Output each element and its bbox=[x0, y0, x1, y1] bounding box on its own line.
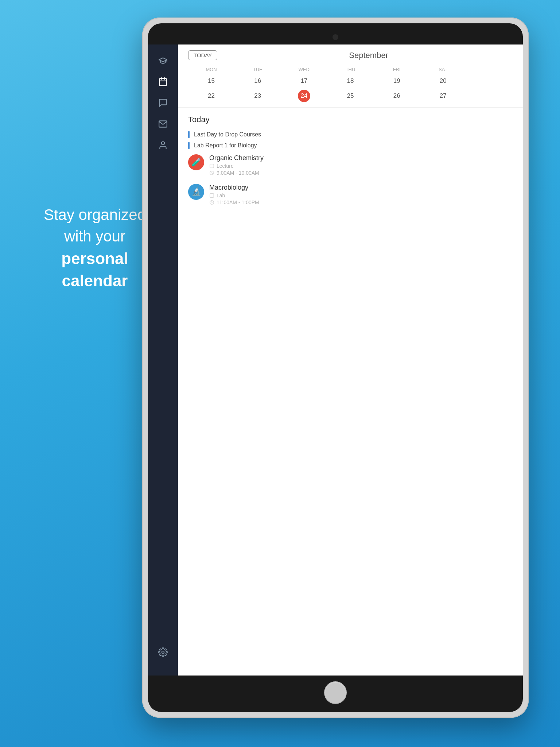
tagline-line1: Stay organized bbox=[29, 204, 160, 226]
home-button[interactable] bbox=[324, 681, 347, 704]
cal-day-19[interactable]: 19 bbox=[393, 75, 400, 87]
front-camera-icon bbox=[332, 34, 338, 40]
reminder-text-2: Lab Report 1 for Biology bbox=[194, 142, 257, 149]
event-title-chemistry: Organic Chemistry bbox=[209, 154, 264, 162]
event-details-chemistry: Organic Chemistry Lecture 9:00AM - 10:00… bbox=[209, 154, 264, 176]
today-section: Today Last Day to Drop Courses Lab Repor… bbox=[178, 108, 523, 676]
reminder-2: Lab Report 1 for Biology bbox=[188, 142, 513, 149]
cal-day-24-today[interactable]: 24 bbox=[298, 90, 310, 102]
dow-sat: SAT bbox=[420, 65, 466, 74]
tagline-line2: with your bbox=[29, 226, 160, 247]
svg-rect-6 bbox=[210, 164, 214, 168]
month-title: September bbox=[225, 51, 513, 60]
calendar-days-header: MON TUE WED THU FRI SAT bbox=[188, 65, 513, 74]
cal-day-15[interactable]: 15 bbox=[208, 75, 215, 87]
cal-day-25[interactable]: 25 bbox=[347, 90, 354, 102]
event-title-macrobiology: Macrobiology bbox=[209, 184, 259, 191]
event-time-macrobiology: 11:00AM - 1:00PM bbox=[209, 200, 259, 205]
reminder-text-1: Last Day to Drop Courses bbox=[194, 131, 261, 138]
event-time-chemistry: 9:00AM - 10:00AM bbox=[209, 170, 264, 176]
cal-day-20[interactable]: 20 bbox=[440, 75, 447, 87]
svg-point-5 bbox=[162, 651, 164, 654]
sidebar-item-chat[interactable] bbox=[154, 94, 172, 112]
cal-day-27[interactable]: 27 bbox=[440, 90, 447, 102]
tagline-block: Stay organized with your personal calend… bbox=[29, 204, 160, 292]
svg-rect-8 bbox=[210, 194, 214, 198]
cal-day-16[interactable]: 16 bbox=[254, 75, 261, 87]
svg-point-4 bbox=[162, 142, 165, 145]
today-heading: Today bbox=[188, 115, 513, 124]
cal-day-17[interactable]: 17 bbox=[300, 75, 307, 87]
dow-thu: THU bbox=[327, 65, 373, 74]
dow-tue: TUE bbox=[234, 65, 281, 74]
main-content: TODAY September MON TUE WED THU FRI SAT bbox=[178, 44, 523, 676]
cal-day-26[interactable]: 26 bbox=[393, 90, 400, 102]
sidebar-item-courses[interactable] bbox=[154, 52, 172, 69]
calendar-week2: 22 23 24 25 26 27 bbox=[188, 88, 513, 104]
event-details-macrobiology: Macrobiology Lab 11:00AM - 1:00PM bbox=[209, 184, 259, 205]
calendar-header: TODAY September MON TUE WED THU FRI SAT bbox=[178, 44, 523, 108]
event-icon-macrobiology: 🔬 bbox=[188, 184, 204, 200]
today-button[interactable]: TODAY bbox=[188, 50, 217, 60]
event-type-chemistry: Lecture bbox=[209, 163, 264, 169]
event-icon-chemistry: 🧪 bbox=[188, 154, 204, 170]
sidebar-item-profile[interactable] bbox=[154, 136, 172, 154]
reminder-bar-1 bbox=[188, 131, 190, 138]
ipad-bezel: TODAY September MON TUE WED THU FRI SAT bbox=[148, 23, 523, 712]
svg-rect-0 bbox=[159, 78, 167, 86]
sidebar-item-mail[interactable] bbox=[154, 115, 172, 133]
tagline-line3: personal calendar bbox=[29, 247, 160, 292]
dow-mon: MON bbox=[188, 65, 234, 74]
reminder-bar-2 bbox=[188, 142, 190, 149]
cal-day-18[interactable]: 18 bbox=[347, 75, 354, 87]
reminder-1: Last Day to Drop Courses bbox=[188, 131, 513, 138]
app-screen: TODAY September MON TUE WED THU FRI SAT bbox=[148, 44, 523, 676]
calendar-week1: 15 16 17 18 19 20 bbox=[188, 74, 513, 88]
event-macrobiology[interactable]: 🔬 Macrobiology Lab 11:00AM - 1:00PM bbox=[188, 184, 513, 205]
event-organic-chemistry[interactable]: 🧪 Organic Chemistry Lecture 9:00AM - 10:… bbox=[188, 154, 513, 176]
sidebar-item-settings[interactable] bbox=[154, 643, 172, 661]
ipad-device: TODAY September MON TUE WED THU FRI SAT bbox=[142, 18, 529, 718]
dow-fri: FRI bbox=[374, 65, 420, 74]
event-type-macrobiology: Lab bbox=[209, 193, 259, 198]
cal-day-23[interactable]: 23 bbox=[254, 90, 261, 102]
dow-wed: WED bbox=[281, 65, 327, 74]
sidebar-item-calendar[interactable] bbox=[154, 73, 172, 90]
cal-day-22[interactable]: 22 bbox=[208, 90, 215, 102]
sidebar bbox=[148, 44, 178, 676]
